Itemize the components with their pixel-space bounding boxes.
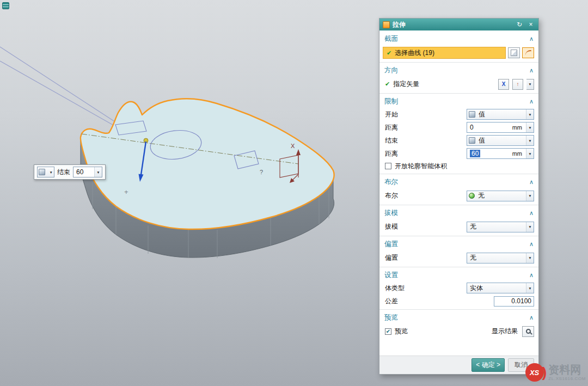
dialog-title: 拉伸	[393, 20, 512, 29]
chevron-down-icon: ▼	[50, 170, 53, 174]
chevron-down-icon[interactable]: ▼	[94, 167, 102, 177]
section-header-preview[interactable]: 预览 ∧	[379, 311, 538, 324]
end-distance-value[interactable]: 60	[74, 168, 94, 176]
end-limit-combo[interactable]: 值 ▼	[467, 135, 534, 146]
start-distance-value[interactable]: 0	[467, 124, 510, 131]
divider	[379, 309, 538, 310]
tolerance-label: 公差	[385, 297, 491, 306]
chevron-down-icon[interactable]: ▼	[526, 253, 534, 263]
draft-label: 拔模	[385, 222, 463, 231]
end-distance-input[interactable]: 60 ▼	[73, 167, 102, 177]
vector-constructor-icon: X	[502, 81, 506, 87]
chevron-down-icon[interactable]: ▼	[526, 222, 534, 232]
start-distance-input[interactable]: 0 mm ▼	[467, 122, 534, 133]
chevron-down-icon[interactable]: ▼	[526, 283, 534, 293]
select-curve-row: ✔ 选择曲线 (19)	[379, 45, 538, 60]
boolean-label: 布尔	[385, 191, 463, 200]
check-icon: ✔	[387, 50, 391, 57]
divider	[379, 93, 538, 94]
close-button[interactable]: ×	[526, 21, 535, 28]
start-limit-value: 值	[477, 110, 524, 119]
select-curve-field[interactable]: ✔ 选择曲线 (19)	[383, 47, 506, 59]
collapse-icon[interactable]: ∧	[529, 272, 534, 279]
sketch-section-button[interactable]	[508, 47, 520, 58]
vector-dropdown-button[interactable]: ▼	[526, 79, 534, 90]
section-header-settings[interactable]: 设置 ∧	[379, 268, 538, 281]
chevron-down-icon[interactable]: ▼	[526, 122, 534, 132]
reset-button[interactable]: ↻	[515, 21, 524, 28]
divider	[379, 236, 538, 236]
inferred-vector-button[interactable]: ↑	[512, 79, 523, 90]
divider	[379, 205, 538, 205]
offset-value: 无	[469, 253, 524, 262]
section-header-offset[interactable]: 偏置 ∧	[379, 237, 538, 250]
none-option-icon	[469, 193, 475, 199]
vector-dialog-button[interactable]: X	[498, 79, 509, 90]
curve-rule-button[interactable]	[522, 47, 534, 58]
distance-label: 距离	[385, 149, 463, 158]
tolerance-value: 0.0100	[511, 297, 531, 305]
boolean-combo[interactable]: 无 ▼	[467, 191, 534, 201]
chevron-down-icon[interactable]: ▼	[526, 136, 534, 145]
section-header-label: 设置	[384, 271, 529, 280]
start-limit-combo[interactable]: 值 ▼	[467, 109, 534, 120]
collapse-icon[interactable]: ∧	[529, 314, 534, 321]
watermark-name: 资料网	[548, 364, 586, 375]
offset-combo[interactable]: 无 ▼	[467, 253, 534, 264]
end-distance-value-selected[interactable]: 60	[470, 150, 480, 157]
show-result-label: 显示结果	[492, 327, 518, 336]
specify-vector-label: 指定矢量	[393, 79, 495, 89]
offset-label: 偏置	[385, 253, 463, 262]
offset-row: 偏置 无 ▼	[379, 250, 538, 265]
divider	[379, 267, 538, 267]
checkbox-check-icon: ✔	[386, 329, 390, 334]
collapse-icon[interactable]: ∧	[529, 98, 534, 105]
section-header-section[interactable]: 截面 ∧	[379, 32, 538, 45]
watermark-url: ZL.XS1616.COM	[548, 376, 586, 381]
chevron-down-icon[interactable]: ▼	[526, 191, 534, 201]
end-row: 结束 值 ▼	[379, 134, 538, 147]
end-label: 结束	[57, 168, 70, 177]
tolerance-input[interactable]: 0.0100	[494, 296, 534, 307]
end-distance-input[interactable]: 60 mm ▼	[467, 148, 534, 159]
chevron-down-icon[interactable]: ▼	[526, 149, 534, 158]
divider	[379, 62, 538, 63]
limit-option-button[interactable]: ▼	[37, 167, 54, 177]
section-header-boolean[interactable]: 布尔 ∧	[379, 175, 538, 188]
body-type-combo[interactable]: 实体 ▼	[467, 283, 534, 293]
chevron-down-icon[interactable]: ▼	[526, 109, 534, 119]
watermark-logo: XS	[525, 363, 544, 382]
tolerance-row: 公差 0.0100	[379, 295, 538, 308]
section-header-label: 限制	[384, 97, 529, 106]
collapse-icon[interactable]: ∧	[529, 67, 534, 74]
section-header-label: 拔模	[384, 209, 529, 218]
dialog-titlebar[interactable]: 拉伸 ↻ ×	[379, 19, 538, 30]
draft-row: 拔模 无 ▼	[379, 219, 538, 234]
open-profile-checkbox[interactable]	[385, 163, 391, 169]
section-header-direction[interactable]: 方向 ∧	[379, 64, 538, 77]
preview-checkbox[interactable]: ✔	[385, 328, 391, 335]
dialog-footer: < 确定 > 取消	[379, 356, 538, 374]
plus-marker: +	[124, 188, 128, 196]
extrude-dialog: 拉伸 ↻ × 截面 ∧ ✔ 选择曲线 (19) 方向 ∧	[379, 18, 539, 375]
distance-label: 距离	[385, 123, 463, 132]
body-type-label: 体类型	[385, 284, 463, 293]
extrude-feature-icon	[383, 21, 390, 28]
specify-vector-row: ✔ 指定矢量 X ↑ ▼	[379, 77, 538, 91]
start-row: 开始 值 ▼	[379, 108, 538, 121]
collapse-icon[interactable]: ∧	[529, 241, 534, 248]
collapse-icon[interactable]: ∧	[529, 35, 534, 42]
check-icon: ✔	[385, 81, 390, 88]
draft-combo[interactable]: 无 ▼	[467, 222, 534, 232]
value-option-icon	[469, 137, 475, 144]
collapse-icon[interactable]: ∧	[529, 179, 534, 186]
section-header-draft[interactable]: 拔模 ∧	[379, 206, 538, 219]
ok-button[interactable]: < 确定 >	[471, 358, 505, 372]
sketch-neck-lines[interactable]	[0, 47, 123, 131]
section-header-limits[interactable]: 限制 ∧	[379, 95, 538, 108]
end-label: 结束	[385, 136, 463, 145]
draft-value: 无	[469, 222, 524, 231]
collapse-icon[interactable]: ∧	[529, 210, 534, 217]
value-option-icon	[469, 111, 475, 118]
show-result-button[interactable]	[522, 326, 534, 337]
